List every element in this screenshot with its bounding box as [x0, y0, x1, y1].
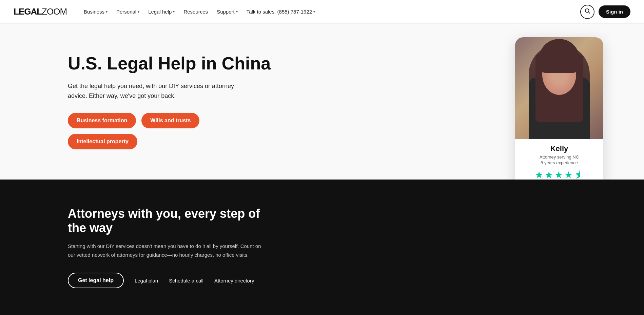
- nav-item-resources[interactable]: Resources: [180, 6, 211, 17]
- nav-actions: Sign in: [580, 5, 630, 19]
- hero-section: U.S. Legal Help in China Get the legal h…: [0, 24, 644, 180]
- star-1: ★: [535, 169, 543, 180]
- search-icon: [584, 8, 590, 16]
- nav-item-personal[interactable]: Personal ▾: [113, 6, 143, 17]
- nav-item-business[interactable]: Business ▾: [80, 6, 111, 17]
- nav-links: Business ▾ Personal ▾ Legal help ▾ Resou…: [80, 6, 580, 17]
- hero-buttons: Business formation Wills and trusts Inte…: [68, 113, 271, 149]
- wills-and-trusts-button[interactable]: Wills and trusts: [141, 113, 199, 128]
- hero-title: U.S. Legal Help in China: [68, 54, 271, 73]
- star-3: ★: [554, 169, 563, 180]
- nav-item-support[interactable]: Support ▾: [213, 6, 241, 17]
- signin-button[interactable]: Sign in: [599, 5, 630, 18]
- attorney-card: Kelly Attorney serving NC 8 years experi…: [515, 37, 603, 180]
- schedule-call-link[interactable]: Schedule a call: [169, 278, 203, 284]
- star-4: ★: [564, 169, 573, 180]
- logo-text: LEGAL: [14, 6, 42, 17]
- logo[interactable]: LEGALZOOM: [14, 6, 67, 17]
- navbar: LEGALZOOM Business ▾ Personal ▾ Legal he…: [0, 0, 644, 24]
- nav-item-legal-help[interactable]: Legal help ▾: [145, 6, 178, 17]
- svg-line-1: [588, 12, 590, 13]
- attorney-photo: [515, 37, 603, 139]
- nav-phone[interactable]: Talk to sales: (855) 787-1922 ▾: [243, 6, 318, 17]
- attorney-directory-link[interactable]: Attorney directory: [214, 278, 254, 284]
- star-2: ★: [545, 169, 553, 180]
- hair: [539, 39, 580, 73]
- attorney-card-wrapper: Kelly Attorney serving NC 8 years experi…: [515, 37, 603, 180]
- bottom-subtitle: Starting with our DIY services doesn't m…: [68, 242, 265, 259]
- intellectual-property-button[interactable]: Intellectual property: [68, 134, 137, 149]
- chevron-down-icon: ▾: [106, 10, 108, 14]
- get-legal-help-button[interactable]: Get legal help: [68, 273, 124, 288]
- attorney-name: Kelly: [515, 144, 603, 153]
- attorney-stars: ★ ★ ★ ★ ⯨: [515, 169, 603, 180]
- logo-zoom: ZOOM: [42, 6, 67, 17]
- legal-plan-link[interactable]: Legal plan: [135, 278, 158, 284]
- bottom-section: Attorneys with you, every step of the wa…: [0, 180, 644, 315]
- search-button[interactable]: [580, 5, 594, 19]
- attorney-experience: 8 years experience: [515, 160, 603, 165]
- attorney-serving: Attorney serving NC: [515, 154, 603, 160]
- chevron-down-icon: ▾: [173, 10, 175, 14]
- chevron-down-icon: ▾: [138, 10, 139, 14]
- business-formation-button[interactable]: Business formation: [68, 113, 136, 128]
- chevron-down-icon: ▾: [313, 10, 315, 14]
- hero-content: U.S. Legal Help in China Get the legal h…: [68, 54, 271, 150]
- star-5-half: ⯨: [574, 169, 584, 180]
- hero-subtitle: Get the legal help you need, with our DI…: [68, 81, 244, 101]
- bottom-actions: Get legal help Legal plan Schedule a cal…: [68, 273, 576, 288]
- bottom-title: Attorneys with you, every step of the wa…: [68, 207, 271, 235]
- chevron-down-icon: ▾: [236, 10, 238, 14]
